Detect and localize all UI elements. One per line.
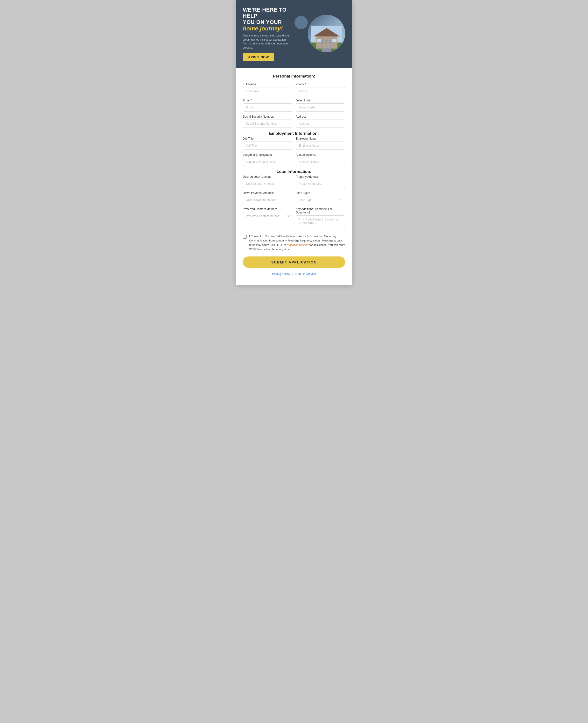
row-ssn-address: Social Security Number: Address [243,115,345,128]
job-title-input[interactable] [243,142,292,150]
email-label: Email * [243,99,292,102]
field-email: Email * [243,99,292,111]
employment-section-title: Employment Information: [243,131,345,136]
comments-textarea[interactable] [296,215,345,230]
field-ssn: Social Security Number: [243,115,292,128]
row-contact-comments: Preferred Contact Method: Preferred Cont… [243,207,345,230]
job-title-label: Job Title: [243,137,292,140]
hero-description: Ready to take the next step toward your … [243,34,291,49]
page-wrapper: WE'RE HERE TO HELP YOU ON YOUR home jour… [236,0,352,285]
desired-loan-input[interactable] [243,180,292,188]
preferred-contact-label: Preferred Contact Method: [243,207,292,211]
email-input[interactable] [243,103,292,111]
form-container: Personal Information: Full Name Phone * … [236,68,352,285]
footer-links: Privacy Policy | Terms of Service [243,272,345,275]
house-image-circle [308,15,345,52]
phone-input[interactable] [296,87,345,96]
svg-rect-9 [317,39,321,42]
field-phone: Phone * [296,83,345,96]
hero-headline-line1: WE'RE HERE TO HELP [243,7,287,19]
full-name-label: Full Name [243,83,292,86]
house-illustration [311,26,342,52]
desired-loan-label: Desired Loan Amount: [243,175,292,179]
dob-label: Date of birth [296,99,345,102]
field-preferred-contact: Preferred Contact Method: Preferred Cont… [243,207,292,230]
property-address-input[interactable] [296,180,345,188]
field-length-employment: Length of Employment: [243,153,292,166]
sms-consent-row: I Consent to Receive SMS Notifications, … [243,234,345,251]
field-down-payment: Down Payment Amount: [243,191,292,204]
field-annual-income: Annual Income: [296,153,345,166]
hero-image-area [302,15,345,54]
submit-application-button[interactable]: SUBMIT APPLICATION [243,256,345,268]
row-email-dob: Email * Date of birth [243,99,345,111]
privacy-policy-link[interactable]: Privacy Policy [272,272,290,275]
down-payment-label: Down Payment Amount: [243,191,292,194]
personal-section-title: Personal Information: [243,74,345,79]
loan-type-select[interactable]: Loan Type: Conventional FHA VA USDA Jumb… [296,196,345,204]
preferred-contact-select[interactable]: Preferred Contact Method: Phone Email Te… [243,212,292,220]
svg-rect-10 [332,39,336,42]
employer-name-label: Employer Name: [296,137,345,140]
loan-type-label: Loan Type: [296,191,345,194]
hero-headline: WE'RE HERE TO HELP YOU ON YOUR home jour… [243,7,302,32]
apply-now-button[interactable]: APPLY NOW [243,53,274,61]
footer-separator: | [292,272,293,275]
address-input[interactable] [296,120,345,128]
field-property-address: Property Address: [296,175,345,188]
svg-rect-11 [323,41,330,48]
property-address-label: Property Address: [296,175,345,179]
row-loan-property: Desired Loan Amount: Property Address: [243,175,345,188]
hero-headline-script: home journey! [243,25,302,32]
field-comments: Any Additional Comments or Questions? [296,207,345,230]
loan-section-title: Loan Information: [243,169,345,174]
phone-label: Phone * [296,83,345,86]
annual-income-input[interactable] [296,158,345,166]
address-label: Address [296,115,345,118]
down-payment-input[interactable] [243,196,292,204]
row-employment-income: Length of Employment: Annual Income: [243,153,345,166]
sms-phone-template: {{location.phone}} [287,243,309,246]
row-name-phone: Full Name Phone * [243,83,345,96]
field-desired-loan: Desired Loan Amount: [243,175,292,188]
ssn-input[interactable] [243,120,292,128]
ssn-label: Social Security Number: [243,115,292,118]
hero-headline-line2: YOU ON YOUR [243,19,282,25]
terms-of-service-link[interactable]: Terms of Service [294,272,316,275]
length-employment-input[interactable] [243,158,292,166]
row-job-employer: Job Title: Employer Name: [243,137,345,150]
field-dob: Date of birth [296,99,345,111]
comments-label: Any Additional Comments or Questions? [296,207,345,214]
field-job-title: Job Title: [243,137,292,150]
field-address: Address [296,115,345,128]
sms-consent-checkbox[interactable] [243,235,247,239]
field-employer-name: Employer Name: [296,137,345,150]
full-name-input[interactable] [243,87,292,96]
employer-name-input[interactable] [296,142,345,150]
field-full-name: Full Name [243,83,292,96]
length-employment-label: Length of Employment: [243,153,292,157]
annual-income-label: Annual Income: [296,153,345,157]
hero-banner: WE'RE HERE TO HELP YOU ON YOUR home jour… [236,0,352,68]
row-down-payment-loan-type: Down Payment Amount: Loan Type: Loan Typ… [243,191,345,204]
sms-consent-text: I Consent to Receive SMS Notifications, … [249,234,345,251]
dob-input[interactable] [296,103,345,111]
field-loan-type: Loan Type: Loan Type: Conventional FHA V… [296,191,345,204]
hero-text-block: WE'RE HERE TO HELP YOU ON YOUR home jour… [243,7,302,61]
